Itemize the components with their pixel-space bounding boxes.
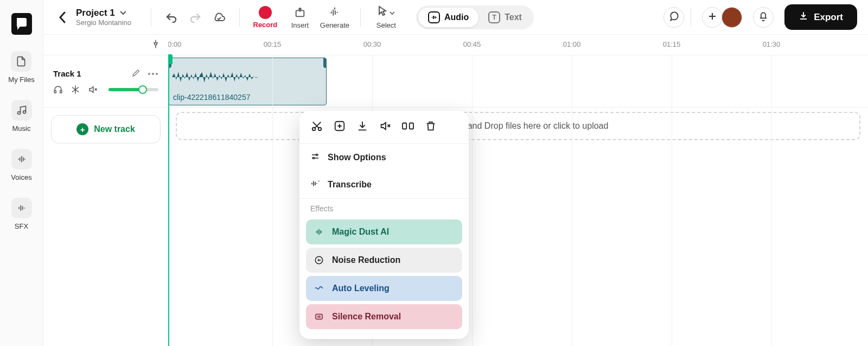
svg-point-14: [313, 158, 315, 159]
plus-icon: +: [76, 123, 88, 135]
playhead[interactable]: [168, 55, 169, 346]
insert-icon: [293, 5, 307, 20]
svg-rect-12: [410, 123, 413, 129]
insert-label: Insert: [291, 21, 309, 29]
svg-rect-11: [403, 123, 406, 129]
svg-point-0: [17, 112, 20, 115]
trash-icon: [425, 120, 437, 134]
export-button[interactable]: Export: [784, 4, 857, 30]
nav-label: Music: [12, 124, 31, 133]
generate-button[interactable]: Generate: [319, 5, 350, 29]
project-title: Project 1: [76, 8, 115, 18]
split-button[interactable]: [400, 119, 416, 135]
mode-label: Text: [505, 12, 522, 22]
svg-point-1: [23, 111, 25, 114]
nav-voices[interactable]: Voices: [11, 149, 31, 181]
cloud-sync-button[interactable]: [209, 7, 229, 28]
transcribe-button[interactable]: Transcribe: [299, 171, 469, 198]
left-sidebar: My Files Music Voices SFX: [0, 0, 43, 346]
cloud-check-icon: [212, 10, 226, 24]
track-edit-icon[interactable]: [131, 68, 141, 79]
back-button[interactable]: [54, 9, 71, 26]
ruler-label: 00:30: [363, 40, 381, 48]
project-block[interactable]: Project 1 Sergio Montanino: [76, 8, 131, 27]
silence-icon: [314, 311, 324, 322]
grid-line: [771, 55, 772, 346]
delete-button[interactable]: [423, 119, 438, 135]
download-clip-button[interactable]: [355, 119, 370, 135]
avatar[interactable]: [722, 7, 742, 28]
nav-sfx[interactable]: SFX: [11, 198, 32, 230]
snowflake-icon[interactable]: [71, 85, 80, 95]
insert-button[interactable]: Insert: [284, 5, 316, 29]
comments-button[interactable]: [663, 7, 684, 28]
volume-fill: [108, 88, 143, 91]
cut-button[interactable]: [309, 119, 324, 135]
pin-icon[interactable]: [151, 39, 161, 51]
mode-text-button[interactable]: T Text: [478, 8, 532, 27]
nav-label: My Files: [8, 76, 34, 84]
record-icon: [259, 6, 272, 19]
mode-audio-button[interactable]: Audio: [418, 8, 478, 27]
generate-icon: [328, 5, 342, 20]
add-member-button[interactable]: [702, 7, 723, 28]
chevron-down-icon: [390, 6, 395, 18]
noise-icon: [314, 255, 324, 266]
ruler-label: 00:15: [264, 40, 282, 48]
divider: [360, 8, 361, 27]
plus-icon: [708, 12, 717, 23]
add-icon: [334, 120, 346, 134]
speaker-mute-icon: [379, 120, 391, 134]
show-options-label: Show Options: [328, 153, 386, 162]
dropzone[interactable]: Drag and Drop files here or click to upl…: [176, 112, 860, 140]
svg-rect-7: [60, 91, 62, 93]
cut-icon: [311, 120, 323, 134]
audio-clip[interactable]: clip-422218611840257: [168, 58, 327, 105]
download-icon: [799, 11, 808, 23]
divider: [691, 8, 691, 27]
nav-music[interactable]: Music: [11, 100, 32, 133]
notifications-button[interactable]: [753, 7, 774, 28]
generate-label: Generate: [320, 21, 349, 29]
export-label: Export: [814, 12, 843, 23]
undo-button[interactable]: [161, 7, 182, 28]
effect-magic-dust[interactable]: Magic Dust AI: [306, 219, 462, 244]
effect-silence-removal[interactable]: Silence Removal: [306, 304, 462, 329]
effect-auto-leveling[interactable]: Auto Leveling: [306, 276, 462, 301]
effect-label: Auto Leveling: [332, 284, 390, 293]
record-button[interactable]: Record: [250, 6, 281, 29]
text-mode-icon: T: [488, 11, 500, 23]
clip-row: clip-422218611840257: [168, 55, 868, 108]
magic-icon: [314, 227, 324, 237]
volume-slider[interactable]: [108, 88, 158, 91]
record-label: Record: [253, 21, 278, 29]
audio-mode-icon: [428, 11, 440, 23]
ruler-label: 01:30: [763, 40, 781, 48]
new-track-button[interactable]: + New track: [51, 115, 161, 143]
voices-icon: [11, 149, 32, 169]
grid-line: [572, 55, 572, 346]
popover-toolbar: [299, 111, 469, 144]
effect-label: Noise Reduction: [332, 255, 400, 265]
effect-noise-reduction[interactable]: Noise Reduction: [306, 248, 462, 273]
mute-clip-button[interactable]: [378, 119, 393, 135]
clip-handle-right[interactable]: [323, 58, 327, 68]
track-more-icon[interactable]: [148, 68, 158, 79]
track-panel: Track 1: [43, 35, 168, 346]
nav-my-files[interactable]: My Files: [8, 51, 34, 84]
grid-line: [672, 55, 672, 346]
effect-label: Magic Dust AI: [332, 227, 389, 237]
time-ruler[interactable]: 00:0000:1500:3000:4501:0001:1501:30: [168, 35, 868, 55]
divider: [151, 8, 151, 27]
show-options-button[interactable]: Show Options: [299, 144, 469, 171]
track-name: Track 1: [53, 69, 81, 78]
waveform: [172, 69, 323, 85]
cursor-icon: [378, 5, 387, 19]
headphones-icon[interactable]: [53, 85, 63, 95]
select-button[interactable]: Select: [371, 5, 402, 29]
add-clip-button[interactable]: [332, 119, 347, 135]
speaker-mute-icon[interactable]: [88, 85, 98, 95]
volume-thumb[interactable]: [138, 85, 147, 94]
redo-button[interactable]: [185, 7, 206, 28]
ruler-label: 01:15: [663, 40, 681, 48]
